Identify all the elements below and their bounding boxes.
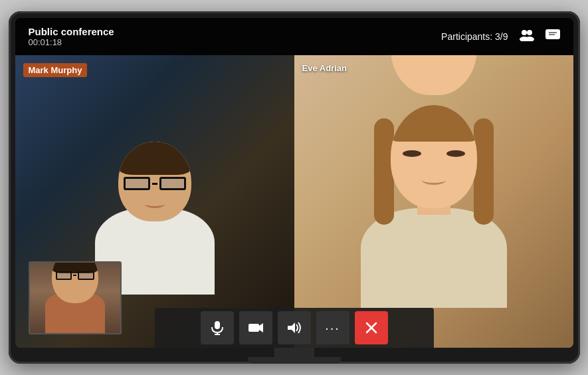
mic-button[interactable] [201,311,234,344]
tv-screen: Public conference 00:01:18 Participants:… [15,18,573,348]
tv-stand-base [248,357,341,364]
more-dots-icon: ··· [325,321,340,334]
volume-button[interactable] [278,311,311,344]
conference-timer: 00:01:18 [29,37,114,47]
conference-info: Public conference 00:01:18 [29,26,114,47]
video-grid: Mark Murphy [15,55,573,348]
conference-title: Public conference [29,26,114,37]
header-right: Participants: 3/9 [441,29,559,45]
video-panel-mark: Mark Murphy [15,55,294,348]
end-call-button[interactable] [355,311,388,344]
participants-icon[interactable] [519,29,535,45]
svg-marker-13 [288,322,295,333]
tv-frame: Public conference 00:01:18 Participants:… [9,11,580,364]
header-bar: Public conference 00:01:18 Participants:… [15,18,573,55]
tv-stand-neck [274,348,314,357]
mark-murphy-label: Mark Murphy [23,63,88,77]
control-bar: ··· [155,308,434,348]
eve-adrian-label: Eve Adrian [302,63,347,73]
more-options-button[interactable]: ··· [316,311,349,344]
svg-point-1 [527,30,532,35]
thumbnail-panel [29,261,122,334]
svg-marker-12 [259,323,263,332]
participants-count: Participants: 3/9 [441,31,508,42]
svg-rect-8 [215,321,220,329]
chat-icon[interactable] [545,29,560,45]
svg-rect-11 [248,324,259,332]
video-panel-eve: Eve Adrian [294,55,573,348]
camera-button[interactable] [239,311,272,344]
svg-point-0 [522,30,527,35]
